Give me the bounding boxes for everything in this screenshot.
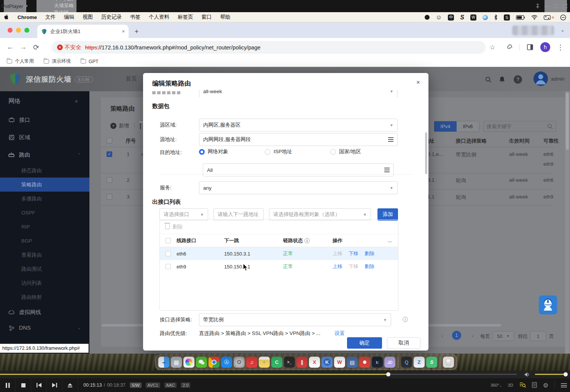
browser-tray-icon[interactable] [482, 14, 488, 21]
add-button[interactable]: + 新增 [110, 122, 129, 129]
bookmark-folder-demo[interactable]: 演示环境 [44, 58, 71, 65]
notification-bell-icon[interactable] [498, 75, 506, 84]
profile-avatar[interactable]: h [540, 42, 550, 52]
object-picker-icon[interactable] [384, 168, 390, 172]
customer-service-widget[interactable] [539, 295, 557, 314]
service-select[interactable]: any▼ [199, 181, 398, 194]
focus-mode-icon[interactable] [560, 14, 566, 21]
sidebar-item-view-route[interactable]: 查看路由 [0, 248, 89, 262]
nav-home[interactable]: 首页 [126, 75, 137, 83]
scene-search-button[interactable] [519, 382, 526, 389]
settings-gear-button[interactable]: ⚙ [543, 382, 548, 389]
egress-row-eth6[interactable]: eth6 150.150.3.1 正常 上移 下移 删除 [160, 247, 398, 260]
menu-hamburger-button[interactable] [561, 383, 567, 387]
info-icon[interactable]: i [304, 238, 310, 243]
potplayer-menu[interactable]: PotPlayer ▼ [4, 0, 26, 12]
battery-icon[interactable] [516, 14, 525, 21]
browser-tab[interactable]: 企业1防火墙1 × [37, 25, 129, 38]
stop-button[interactable] [16, 378, 31, 392]
menu-help[interactable]: 帮助 [216, 12, 235, 22]
sidebar-item-bgp[interactable]: BGP [0, 234, 89, 248]
prev-page-button[interactable]: ‹ [441, 333, 443, 339]
sidebar-item-zone[interactable]: 区域 [0, 129, 89, 146]
egress-iface-select[interactable]: 请选择接口▼ [159, 208, 208, 221]
chevron-down-icon[interactable]: ⌄ [560, 27, 565, 33]
traffic-minimize-button[interactable] [16, 28, 21, 33]
word-icon[interactable]: W [470, 14, 476, 21]
bookmark-folder-gpt[interactable]: GPT [81, 59, 99, 64]
dock-photos-icon[interactable] [183, 357, 194, 368]
dock-notes-icon[interactable]: ≡ [259, 357, 270, 368]
dock-chrome-icon[interactable] [209, 357, 220, 368]
dock-qq-browser-icon[interactable]: Q [401, 357, 412, 368]
3d-button[interactable]: 3D [508, 383, 513, 387]
dock-wechat-icon[interactable] [196, 357, 207, 368]
dock-pin-icon[interactable] [359, 357, 370, 368]
delete-link[interactable]: 删除 [365, 263, 374, 270]
sidebar-item-dns[interactable]: DNS ⌄ [0, 320, 89, 335]
dock-keynote-icon[interactable]: K [322, 357, 333, 368]
control-center-icon[interactable] [544, 14, 554, 21]
help-icon[interactable]: ? [514, 75, 522, 84]
src-addr-field[interactable]: 内网网段,服务器网段 [199, 133, 398, 146]
dock-monitor-icon[interactable]: ▤ [347, 357, 358, 368]
sidebar-item-rip[interactable]: RIP [0, 220, 89, 234]
egress-row-eth9[interactable]: eth9 150.150.1.1 正常 上移 下移 删除 [160, 260, 398, 273]
dock-launchpad-icon[interactable]: ▦ [171, 357, 182, 368]
menu-edit[interactable]: 编辑 [60, 12, 78, 22]
radio-isp-address[interactable]: ISP地址 [265, 148, 292, 155]
menu-history[interactable]: 历史记录 [97, 12, 126, 22]
ok-button[interactable]: 确定 [347, 337, 382, 349]
info-icon[interactable]: i [403, 317, 408, 322]
volume-icon[interactable] [524, 372, 530, 377]
egress-delete-button[interactable]: 删除 [160, 220, 398, 234]
row-checkbox[interactable] [107, 177, 112, 183]
sidebar-item-multicast-route[interactable]: 多播路由 [0, 192, 89, 206]
modal-scrollbar[interactable] [425, 132, 427, 174]
dock-parallels-icon[interactable]: ∥ [296, 357, 307, 368]
dock-terminal2-icon[interactable]: 1: [372, 357, 383, 368]
tab-ipv6[interactable]: IPv6 [457, 121, 479, 132]
priority-settings-link[interactable]: 设置 [334, 330, 345, 337]
page-number-button[interactable]: 1 [452, 331, 461, 340]
add-egress-button[interactable]: 添加 [377, 208, 398, 221]
next-button[interactable] [47, 378, 62, 392]
side-panel-icon[interactable] [524, 41, 537, 54]
sidebar-item-acl[interactable]: 访问列表 [0, 276, 89, 290]
volume-knob[interactable] [564, 372, 568, 376]
per-page-select[interactable]: 50▼ [493, 331, 514, 341]
delete-button[interactable] [140, 123, 141, 129]
chrome-menu-icon[interactable]: ⋮ [554, 41, 567, 54]
record-icon[interactable] [425, 14, 430, 21]
minimize-icon[interactable]: — [545, 3, 549, 10]
previous-button[interactable] [31, 378, 47, 392]
more-columns-icon[interactable]: ... [388, 238, 397, 243]
probe-select[interactable]: 请选择链路检测对象（选填）▼ [269, 208, 371, 221]
sidebar-item-interface[interactable]: 接口 [0, 111, 89, 129]
next-page-button[interactable]: › [472, 333, 473, 339]
sidebar-item-ospf[interactable]: OSPF [0, 206, 89, 220]
menu-chrome[interactable]: Chrome [13, 12, 41, 22]
sogou-tray-icon[interactable]: S [460, 14, 464, 21]
sidebar-item-route-map[interactable]: 路由映射 [0, 290, 89, 304]
radio-network-object[interactable]: 网络对象 [199, 148, 228, 155]
wifi-icon[interactable] [531, 14, 538, 21]
eject-button[interactable] [62, 378, 78, 392]
object-picker-icon[interactable] [388, 137, 393, 142]
collapse-menu-icon[interactable]: ≡ [75, 98, 81, 104]
dock-security-shield-icon[interactable]: Z [414, 357, 425, 368]
page-scrollbar[interactable] [565, 91, 570, 354]
admin-avatar[interactable] [533, 71, 548, 86]
row-checkbox[interactable] [166, 251, 171, 256]
sidebar-item-virtual-wire[interactable]: 虚拟网线 [0, 304, 89, 320]
move-down-link[interactable]: 下移 [349, 250, 358, 257]
back-button[interactable]: ← [4, 41, 17, 54]
reload-button[interactable]: ⟳ [30, 41, 43, 54]
dock-xmind-icon[interactable]: X [309, 357, 320, 368]
traffic-close-button[interactable] [8, 28, 13, 33]
row-checkbox[interactable] [166, 264, 171, 269]
move-up-link[interactable]: 上移 [333, 263, 342, 270]
dock-finder-icon[interactable]: ⌣ [158, 357, 169, 368]
nexthop-input[interactable]: 请输入下一跳地址 [213, 208, 264, 221]
dock-clipper-icon[interactable]: C [271, 357, 282, 368]
